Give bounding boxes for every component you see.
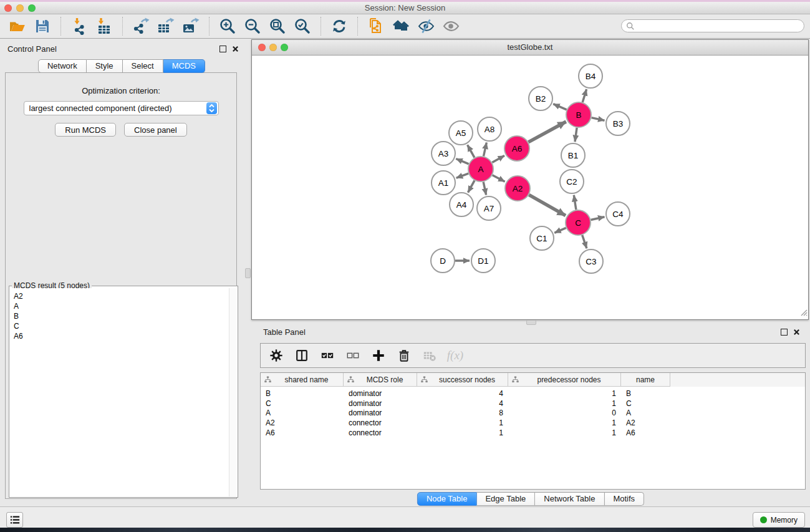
import-table-button[interactable] bbox=[94, 16, 114, 37]
show-graphics-button[interactable] bbox=[441, 16, 461, 37]
cell-shared-name[interactable]: B bbox=[261, 389, 344, 398]
cell-name[interactable]: A bbox=[621, 409, 670, 417]
cell-mcds-role[interactable]: connector bbox=[344, 418, 417, 427]
network-canvas[interactable]: B4 B2 B B3 A5 A8 A6 A3 B1 A A1 C2 A2 A4 … bbox=[252, 56, 808, 319]
tab-motifs[interactable]: Motifs bbox=[604, 492, 644, 506]
cell-name[interactable]: A2 bbox=[621, 418, 670, 427]
table-columns-button[interactable] bbox=[294, 347, 310, 364]
node-A8[interactable]: A8 bbox=[478, 117, 501, 141]
node-C1[interactable]: C1 bbox=[530, 226, 554, 250]
float-panel-icon[interactable] bbox=[219, 46, 226, 52]
criterion-select[interactable]: largest connected component (directed) bbox=[24, 101, 219, 115]
edge-C-C1[interactable] bbox=[554, 228, 566, 233]
cell-predecessor-nodes[interactable]: 1 bbox=[508, 418, 621, 427]
edge-B-B4[interactable] bbox=[582, 89, 586, 102]
edge-A-A8[interactable] bbox=[484, 143, 487, 157]
result-scrollbar[interactable] bbox=[229, 288, 237, 496]
add-column-button[interactable] bbox=[370, 347, 387, 364]
edge-A6-B[interactable] bbox=[528, 122, 566, 142]
select-stepper-icon[interactable] bbox=[206, 102, 217, 114]
mcds-result-item[interactable]: B bbox=[14, 311, 229, 321]
node-A6[interactable]: A6 bbox=[504, 136, 529, 161]
cell-mcds-role[interactable]: dominator bbox=[344, 399, 417, 408]
select-all-button[interactable] bbox=[319, 347, 335, 364]
cell-mcds-role[interactable]: dominator bbox=[344, 409, 417, 417]
tab-network[interactable]: Network bbox=[38, 59, 87, 73]
cell-name[interactable]: A6 bbox=[621, 428, 670, 437]
network-close-button[interactable] bbox=[258, 44, 266, 51]
minimize-window-button[interactable] bbox=[16, 4, 24, 12]
save-session-button[interactable] bbox=[32, 16, 52, 37]
network-minimize-button[interactable] bbox=[269, 44, 277, 51]
export-image-button[interactable] bbox=[181, 16, 201, 37]
cell-predecessor-nodes[interactable]: 1 bbox=[508, 428, 621, 437]
table-row[interactable]: Cdominator41C bbox=[261, 399, 805, 409]
float-table-panel-icon[interactable] bbox=[781, 329, 788, 336]
cell-successor-nodes[interactable]: 4 bbox=[417, 399, 508, 408]
close-panel-button[interactable]: Close panel bbox=[124, 123, 187, 137]
tab-edge-table[interactable]: Edge Table bbox=[476, 492, 535, 506]
cell-successor-nodes[interactable]: 1 bbox=[417, 428, 508, 437]
search-box[interactable] bbox=[621, 19, 804, 32]
export-network-button[interactable] bbox=[131, 16, 151, 37]
node-B2[interactable]: B2 bbox=[529, 87, 552, 110]
tab-network-table[interactable]: Network Table bbox=[535, 492, 604, 506]
cell-successor-nodes[interactable]: 1 bbox=[417, 418, 508, 427]
cell-predecessor-nodes[interactable]: 1 bbox=[508, 399, 621, 408]
column-header-shared-name[interactable]: shared name bbox=[261, 373, 344, 387]
edge-A-A6[interactable] bbox=[492, 155, 504, 162]
node-C[interactable]: C bbox=[566, 210, 591, 235]
node-A5[interactable]: A5 bbox=[449, 121, 473, 145]
edge-A-A5[interactable] bbox=[468, 145, 475, 157]
export-table-button[interactable] bbox=[156, 16, 176, 37]
mcds-result-item[interactable]: A bbox=[14, 301, 229, 311]
edge-B-B1[interactable] bbox=[575, 128, 577, 142]
node-C4[interactable]: C4 bbox=[606, 202, 630, 226]
edge-A-A7[interactable] bbox=[483, 182, 486, 195]
column-header-successor-nodes[interactable]: successor nodes bbox=[417, 373, 508, 387]
node-B4[interactable]: B4 bbox=[579, 64, 602, 88]
node-A1[interactable]: A1 bbox=[432, 171, 455, 195]
edge-A-A1[interactable] bbox=[456, 173, 469, 178]
cell-successor-nodes[interactable]: 4 bbox=[417, 389, 508, 398]
mcds-result-item[interactable]: C bbox=[14, 321, 229, 331]
run-mcds-button[interactable]: Run MCDS bbox=[55, 123, 116, 137]
table-row[interactable]: A2connector11A2 bbox=[261, 418, 805, 428]
edge-C-C3[interactable] bbox=[582, 235, 587, 248]
table-row[interactable]: Bdominator41B bbox=[261, 389, 805, 399]
edge-B-B3[interactable] bbox=[592, 118, 605, 121]
node-B[interactable]: B bbox=[566, 102, 591, 127]
delete-column-button[interactable] bbox=[396, 347, 412, 364]
search-input[interactable] bbox=[635, 21, 804, 31]
open-session-button[interactable] bbox=[7, 16, 27, 37]
close-table-panel-icon[interactable] bbox=[793, 329, 800, 336]
home-button[interactable] bbox=[391, 16, 411, 37]
node-B3[interactable]: B3 bbox=[606, 112, 630, 135]
column-header-predecessor-nodes[interactable]: predecessor nodes bbox=[508, 373, 621, 387]
node-A4[interactable]: A4 bbox=[450, 193, 473, 216]
edge-C-C4[interactable] bbox=[591, 217, 605, 220]
zoom-selected-button[interactable] bbox=[292, 16, 312, 37]
tab-mcds[interactable]: MCDS bbox=[163, 59, 205, 73]
mcds-result-item[interactable]: A6 bbox=[14, 331, 229, 341]
vertical-splitter-handle[interactable] bbox=[245, 268, 251, 278]
cell-name[interactable]: C bbox=[621, 399, 670, 408]
node-A2[interactable]: A2 bbox=[505, 176, 530, 201]
table-row[interactable]: Adominator80A bbox=[261, 409, 805, 418]
import-network-button[interactable] bbox=[69, 16, 89, 37]
edge-A-A2[interactable] bbox=[493, 175, 505, 182]
tab-node-table[interactable]: Node Table bbox=[417, 492, 477, 506]
table-row[interactable]: A6connector11A6 bbox=[261, 428, 805, 438]
network-maximize-button[interactable] bbox=[281, 44, 288, 51]
node-C3[interactable]: C3 bbox=[579, 249, 603, 273]
cell-mcds-role[interactable]: dominator bbox=[344, 389, 417, 398]
node-A3[interactable]: A3 bbox=[432, 142, 455, 165]
zoom-out-button[interactable] bbox=[243, 16, 263, 37]
cell-shared-name[interactable]: A6 bbox=[261, 428, 344, 437]
cell-predecessor-nodes[interactable]: 0 bbox=[508, 409, 621, 417]
node-A[interactable]: A bbox=[468, 157, 493, 181]
edge-B-B2[interactable] bbox=[553, 104, 567, 110]
cell-successor-nodes[interactable]: 8 bbox=[417, 409, 508, 417]
node-B1[interactable]: B1 bbox=[561, 143, 585, 167]
cell-shared-name[interactable]: A bbox=[261, 409, 344, 417]
